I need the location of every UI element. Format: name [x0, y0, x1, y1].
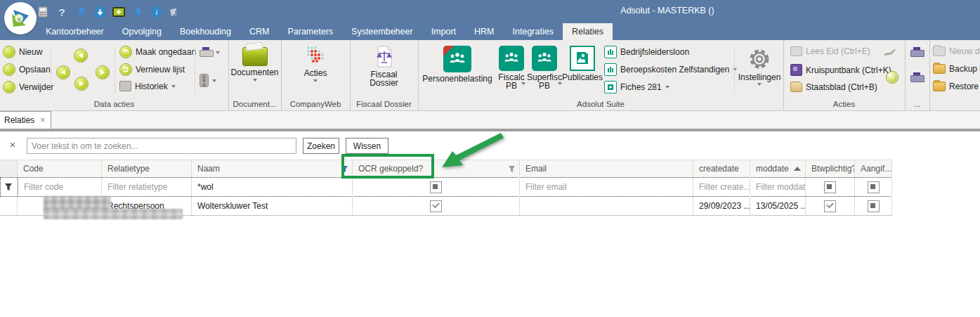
persons-icon [532, 46, 557, 71]
cell-moddate[interactable]: 13/05/2025 ... [750, 197, 806, 215]
column-header-email[interactable]: Email [520, 160, 693, 177]
documents-icon [242, 47, 268, 66]
column-header-btwplichtig[interactable]: Btwplichtig? [806, 160, 855, 177]
superfisc-pb-button[interactable]: Superfisc PB [527, 46, 562, 90]
cell-aangifte-checkbox[interactable] [855, 197, 892, 215]
ribbon-group-print: ... [905, 40, 930, 110]
nav-last-button[interactable] [74, 77, 89, 91]
status-dropdown-button[interactable] [200, 74, 216, 87]
historiek-button[interactable]: Historiek [119, 81, 176, 91]
bell-icon[interactable] [131, 6, 144, 18]
personenbelasting-button[interactable]: Personenbelasting [420, 46, 495, 83]
ribbon-tab-kantoorbeheer[interactable]: Kantoorbeheer [37, 23, 113, 40]
column-header-moddate[interactable]: moddate [750, 160, 806, 177]
print-button-2[interactable] [910, 72, 923, 83]
publicaties-button[interactable]: Publicaties [562, 46, 603, 82]
cell-naam[interactable]: Wolterskluwer Test [192, 197, 353, 215]
chevron-down-icon [216, 51, 220, 54]
checkbox[interactable] [824, 200, 836, 212]
wissen-button[interactable]: Wissen [346, 138, 388, 154]
filter-relatietype-input[interactable]: Filter relatietype [102, 177, 192, 197]
restore-dossier-button[interactable]: Restore d [933, 82, 980, 91]
ribbon-tab-boekhouding[interactable]: Boekhouding [171, 23, 240, 40]
group-label: Data acties [0, 98, 228, 110]
chevron-down-icon [665, 86, 669, 89]
kruispuntbank-button[interactable]: Kruispuntbank (Ctrl+K) [790, 64, 891, 76]
lees-eid-button[interactable]: Lees Eid (Ctrl+E) [790, 46, 870, 56]
announce-icon[interactable] [169, 6, 182, 18]
checkbox[interactable] [430, 181, 442, 193]
instellingen-button[interactable]: Instellingen [738, 47, 781, 86]
bedrijfsleidersloon-button[interactable]: Bedrijfsleidersloon [604, 46, 689, 58]
zoeken-button[interactable]: Zoeken [303, 138, 339, 154]
folder-restore-icon [933, 82, 946, 91]
cell-createdate[interactable]: 29/09/2023 ... [693, 197, 750, 215]
ribbon-tab-hrm[interactable]: HRM [465, 23, 503, 40]
staatsblad-button[interactable]: Staatsblad (Ctrl+B) [790, 82, 877, 92]
close-tab-icon[interactable]: × [40, 117, 45, 124]
verwijder-button[interactable]: Verwijder [3, 81, 53, 93]
cell-btwplichtig-checkbox[interactable] [806, 197, 855, 215]
chevron-down-icon [558, 82, 562, 85]
nieuw-dossier-button[interactable]: Nieuw do [933, 46, 980, 56]
ribbon-tab-integraties[interactable]: Integraties [504, 23, 563, 40]
ribbon-tab-import[interactable]: Import [422, 23, 465, 40]
ribbon-tab-parameters[interactable]: Parameters [278, 23, 342, 40]
add-monitor-icon[interactable] [112, 6, 125, 18]
print-button-1[interactable] [910, 47, 923, 58]
filter-email-input[interactable]: Filter email [520, 177, 693, 197]
filter-ocr-checkbox[interactable] [353, 177, 520, 197]
filter-btwplichtig-checkbox[interactable] [806, 177, 855, 197]
filter-aangifte-checkbox[interactable] [855, 177, 892, 197]
column-header-relatietype[interactable]: Relatietype [102, 160, 192, 177]
beroepskosten-button[interactable]: Beroepskosten Zelfstandigen [604, 63, 737, 76]
checkbox[interactable] [868, 200, 880, 212]
filter-code-input[interactable]: Filter code [18, 177, 102, 197]
ribbon-group-documenten: Documenten Document... [228, 40, 282, 110]
maak-ongedaan-button[interactable]: Maak ongedaan [119, 46, 196, 58]
nav-next-button[interactable] [96, 65, 110, 79]
info-icon[interactable]: i [150, 6, 163, 18]
backup-dossier-button[interactable]: Backup d [933, 64, 980, 74]
download-icon[interactable] [93, 6, 106, 18]
fiches-281-button[interactable]: Fiches 281 [604, 81, 669, 93]
fiscaal-dossier-button[interactable]: Fiscaal Dossier [350, 46, 418, 87]
vernieuw-lijst-button[interactable]: Vernieuw lijst [119, 63, 185, 76]
calculator-icon[interactable] [37, 6, 49, 18]
opslaan-button[interactable]: Opslaan [3, 63, 51, 76]
filter-row-indicator [0, 177, 18, 197]
sign-button[interactable] [884, 48, 896, 57]
chevron-down-icon [521, 82, 525, 85]
cell-ocr-checkbox[interactable] [353, 197, 520, 215]
nav-previous-button[interactable] [56, 65, 70, 79]
filter-createdate-input[interactable]: Filter create... [693, 177, 750, 197]
checkbox[interactable] [430, 200, 442, 212]
app-logo[interactable]: a [4, 2, 37, 34]
nieuw-button[interactable]: Nieuw [3, 46, 42, 58]
column-header-aangifte[interactable]: Aangif... [855, 160, 892, 177]
ribbon-tab-crm[interactable]: CRM [240, 23, 278, 40]
column-header-createdate[interactable]: createdate [693, 160, 750, 177]
checkbox[interactable] [868, 181, 880, 193]
cell-email[interactable] [520, 197, 693, 215]
document-tab-relaties[interactable]: Relaties × [0, 111, 51, 129]
ribbon-tab-opvolging[interactable]: Opvolging [113, 23, 171, 40]
globe-button[interactable] [886, 71, 899, 84]
nav-first-button[interactable] [74, 48, 88, 63]
ribbon-tab-relaties[interactable]: Relaties [563, 23, 613, 40]
help-icon[interactable]: ? [55, 6, 68, 18]
filter-naam-input[interactable]: *wol [192, 177, 353, 197]
persons-icon [499, 46, 524, 71]
filter-moddate-input[interactable]: Filter moddate [750, 177, 806, 197]
checkbox[interactable] [824, 181, 836, 193]
column-header-naam[interactable]: Naam [192, 160, 353, 177]
documenten-button[interactable]: Documenten [228, 47, 281, 82]
device-dropdown-button[interactable] [200, 47, 220, 58]
fiscalc-pb-button[interactable]: Fiscalc PB [496, 46, 527, 90]
column-header-code[interactable]: Code [18, 160, 102, 177]
clear-search-icon[interactable]: × [7, 139, 18, 150]
companyweb-acties-button[interactable]: Acties [281, 46, 350, 82]
ribbon-tab-systeembeheer[interactable]: Systeembeheer [342, 23, 422, 40]
search-input[interactable] [27, 138, 296, 154]
pin-icon[interactable] [74, 6, 87, 18]
